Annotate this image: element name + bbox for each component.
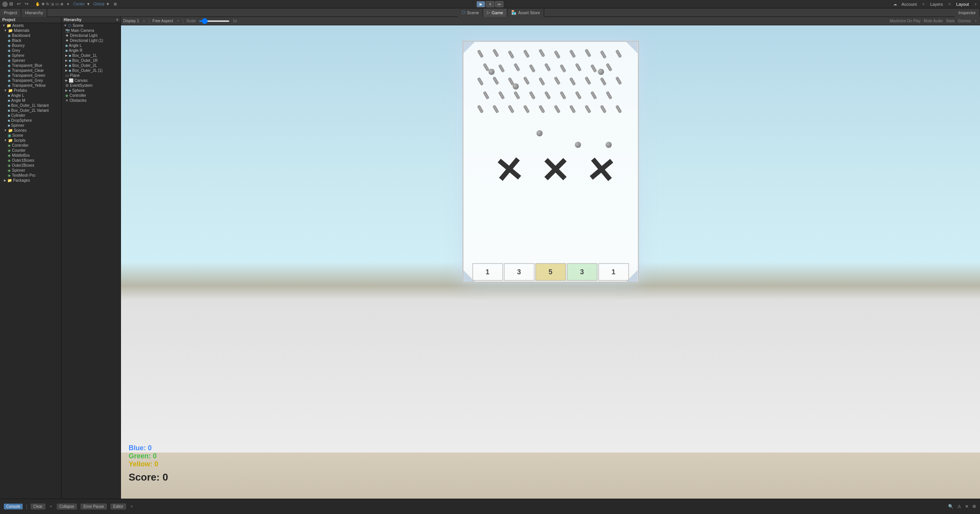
script-middlebox[interactable]: ◈ MiddleBox: [0, 153, 61, 158]
gizmos-btn[interactable]: Gizmos: [958, 19, 971, 23]
hier-obstacles[interactable]: ✕ Obstacles: [61, 98, 121, 103]
hier-sphere[interactable]: ▶ ● Sphere: [61, 88, 121, 93]
tool-hand[interactable]: ✋: [35, 2, 40, 6]
gizmos-dropdown[interactable]: ▼: [974, 19, 978, 23]
script-spinner[interactable]: ◈ Spinner: [0, 168, 61, 173]
mat-black[interactable]: ◆ Black: [0, 38, 61, 43]
script-controller[interactable]: ◈ Controller: [0, 143, 61, 148]
hier-controller[interactable]: ◈ Controller: [61, 93, 121, 98]
tool-rect[interactable]: ▭: [55, 2, 59, 6]
editor-btn[interactable]: Editor: [111, 504, 126, 509]
tool-rotate[interactable]: ↻: [46, 2, 49, 6]
play-button[interactable]: ▶: [477, 1, 485, 7]
mat-trans-grey[interactable]: ◆ Transparent_Grey: [0, 78, 61, 83]
peg-5-6: [554, 104, 561, 113]
step-button[interactable]: ⏭: [495, 1, 503, 7]
prefabs-folder[interactable]: ▼ 📁 Prefabs: [0, 88, 61, 93]
console-tab[interactable]: Console: [4, 504, 23, 509]
extra-tool-icon[interactable]: ⊞: [114, 2, 117, 6]
mat-sphere[interactable]: ◆ Sphere: [0, 53, 61, 58]
hier-angle-l[interactable]: ■ Angle L: [61, 43, 121, 48]
tool-extra[interactable]: ✦: [66, 2, 70, 6]
editor-dropdown[interactable]: ▼: [130, 504, 134, 509]
pause-button[interactable]: ⏸: [486, 1, 494, 7]
script-counter[interactable]: ◈ Counter: [0, 148, 61, 153]
display-label[interactable]: Display 1: [123, 19, 139, 23]
tool-transform[interactable]: ⊕: [60, 2, 63, 6]
hier-scene[interactable]: ▼ ⬡ Scene: [61, 23, 121, 28]
materials-folder[interactable]: ▼ 📁 Materials: [0, 28, 61, 33]
account-tab[interactable]: Account: [902, 2, 917, 7]
dropdown-icon-global[interactable]: ▼: [106, 2, 110, 6]
hier-eventsys[interactable]: ⚙ EventSystem: [61, 83, 121, 88]
mute-audio[interactable]: Mute Audio: [924, 19, 943, 23]
scenes-folder[interactable]: ▼ 📁 Scenes: [0, 128, 61, 133]
mat-trans-clear[interactable]: ◆ Transparent_Clear: [0, 68, 61, 73]
hier-canvas-tri: ▶: [65, 79, 68, 82]
hierarchy-add-btn[interactable]: +: [116, 18, 118, 22]
console-settings-icon[interactable]: ⚙: [972, 504, 976, 509]
peg-3-7: [569, 77, 576, 86]
stats-btn[interactable]: Stats: [946, 19, 955, 23]
hier-box-outer-2l[interactable]: ▶ ■ Box_Outer_2L: [61, 63, 121, 68]
tab-asset-store[interactable]: 🏪 Asset Store: [507, 8, 544, 17]
toolbar-icon-3[interactable]: ↪: [25, 1, 31, 7]
hier-plane[interactable]: ▭ Plane: [61, 73, 121, 78]
mat-trans-yellow[interactable]: ◆ Transparent_Yellow: [0, 83, 61, 88]
global-label[interactable]: Global: [93, 2, 104, 6]
mat-bouncy[interactable]: ◆ Bouncy: [0, 43, 61, 48]
layout-tab[interactable]: Layout: [956, 2, 969, 7]
hier-dir-light2[interactable]: ☀ Directional Light (1): [61, 38, 121, 43]
hier-canvas[interactable]: ▶ ⬜ Canvas: [61, 78, 121, 83]
hier-box-outer-2l2[interactable]: ▶ ■ Box_Outer_2L (1): [61, 68, 121, 73]
clear-dropdown[interactable]: ▼: [49, 504, 53, 509]
pref-box-1l[interactable]: ■ Box_Outer_1L Variant: [0, 103, 61, 108]
dropdown-icon-center[interactable]: ▼: [86, 2, 90, 6]
center-global-label[interactable]: Center: [73, 2, 85, 6]
toolbar-icon-2[interactable]: ↩: [17, 1, 23, 7]
cloud-icon[interactable]: ☁: [893, 2, 897, 6]
scene-item[interactable]: ▣ Scene: [0, 133, 61, 138]
hier-box-outer-1l[interactable]: ▶ ■ Box_Outer_1L: [61, 53, 121, 58]
pref-box-2l[interactable]: ■ Box_Outer_2L Variant: [0, 108, 61, 113]
aspect-dropdown[interactable]: ▼: [176, 19, 180, 23]
clear-btn[interactable]: Clear: [31, 504, 45, 509]
maximize-on-play[interactable]: Maximize On Play: [890, 19, 921, 23]
tool-scale[interactable]: ⇲: [51, 2, 54, 6]
tool-move[interactable]: ✥: [41, 2, 45, 6]
error-pause-btn[interactable]: Error Pause: [81, 504, 106, 509]
pref-dropsphere[interactable]: ■ DropSphere: [0, 118, 61, 123]
assets-folder[interactable]: ▼ 📁 Assets: [0, 23, 61, 28]
tab-hierarchy[interactable]: Hierarchy: [21, 8, 47, 17]
mat-trans-green[interactable]: ◆ Transparent_Green: [0, 73, 61, 78]
packages-folder[interactable]: ▶ 📁 Packages: [0, 178, 61, 183]
scripts-folder[interactable]: ▼ 📁 Scripts: [0, 138, 61, 143]
hier-angle-r[interactable]: ■ Angle R: [61, 48, 121, 53]
aspect-label[interactable]: Free Aspect: [152, 19, 173, 23]
tab-inspector[interactable]: Inspector: [955, 8, 980, 17]
tab-scene[interactable]: ⬡ Scene: [458, 8, 483, 17]
mat-backboard[interactable]: ◆ Backboard: [0, 33, 61, 38]
pref-angle-m[interactable]: ■ Angle M: [0, 98, 61, 103]
mat-trans-blue[interactable]: ◆ Transparent_Blue: [0, 63, 61, 68]
hier-box-outer-1r[interactable]: ▶ ■ Box_Outer_1R: [61, 58, 121, 63]
collapse-btn[interactable]: Collapse: [57, 504, 77, 509]
pref-cylinder[interactable]: ■ Cylinder: [0, 113, 61, 118]
tab-game[interactable]: ▷ Game: [483, 8, 507, 17]
toolbar-icon-1[interactable]: ⊞: [9, 1, 15, 7]
mat-spinner[interactable]: ◆ Spinner: [0, 58, 61, 63]
mat-grey[interactable]: ◆ Grey: [0, 48, 61, 53]
script-outer2boxes[interactable]: ◈ Outer2Boxes: [0, 163, 61, 168]
tab-project[interactable]: Project: [0, 8, 21, 17]
hier-main-camera[interactable]: 📷 Main Camera: [61, 28, 121, 33]
console-search-icon[interactable]: 🔍: [948, 504, 954, 509]
pref-angle-l[interactable]: ■ Angle L: [0, 93, 61, 98]
display-dropdown[interactable]: ▼: [142, 19, 146, 23]
script-outer1boxes[interactable]: ◈ Outer1Boxes: [0, 158, 61, 163]
layers-tab[interactable]: Layers: [930, 2, 943, 7]
scale-slider[interactable]: [199, 20, 230, 22]
pref-spinner[interactable]: ■ Spinner: [0, 123, 61, 128]
script-textmeshpro[interactable]: ◈ TextMesh Pro: [0, 173, 61, 178]
hier-dir-light[interactable]: ☀ Directional Light: [61, 33, 121, 38]
hier-light2-icon: ☀: [65, 38, 69, 43]
